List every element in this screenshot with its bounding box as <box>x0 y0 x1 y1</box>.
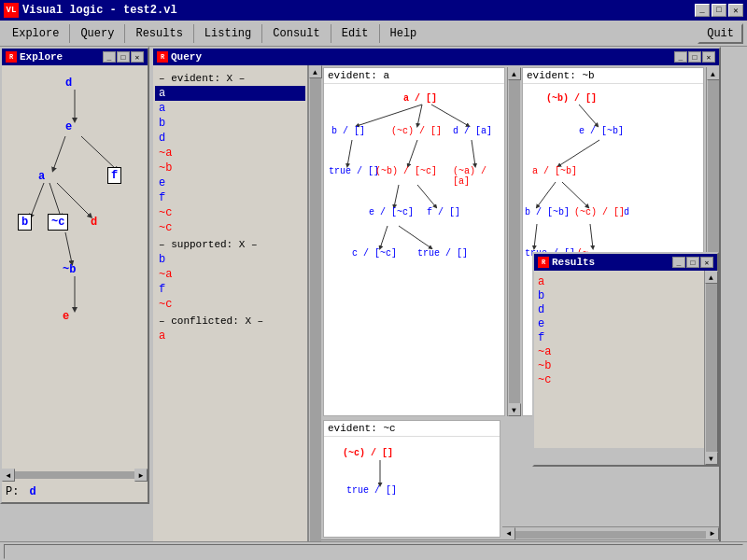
graph-a-scroll-down[interactable]: ▼ <box>508 403 521 416</box>
menu-sep-3 <box>193 24 194 43</box>
explore-minimize[interactable]: _ <box>103 51 116 63</box>
svg-line-13 <box>472 140 475 166</box>
svg-line-19 <box>558 140 599 166</box>
menu-edit[interactable]: Edit <box>333 23 377 44</box>
svg-line-9 <box>417 105 422 126</box>
results-list: a b d e f ~a ~b ~c <box>534 271 704 448</box>
results-title-bar: R Results _ □ ✕ <box>534 254 717 271</box>
query-title: Query <box>171 51 202 63</box>
gb-node-nc: (~c) / [] <box>574 207 625 217</box>
query-list-container: – evident: X – a a b d ~a ~b e f ~c ~c –… <box>153 65 321 560</box>
explore-icon: R <box>6 51 17 63</box>
list-item-a3[interactable]: a <box>155 329 305 343</box>
graph-b-label: evident: ~b <box>523 68 703 84</box>
menu-explore[interactable]: Explore <box>4 23 67 44</box>
node-d-red: d <box>91 216 97 229</box>
explore-p-value: d <box>30 485 36 498</box>
results-maximize[interactable]: □ <box>686 257 699 268</box>
list-item-a-selected[interactable]: a <box>155 86 305 101</box>
explore-graph: d e a f b ~c d ~b e <box>14 69 135 433</box>
svg-line-4 <box>49 183 61 217</box>
ga-node-naa: (~a) / [a] <box>453 166 504 187</box>
menu-sep-6 <box>379 24 380 43</box>
explore-p-label: P: <box>6 485 19 498</box>
svg-line-1 <box>53 136 65 170</box>
list-item-nb[interactable]: ~b <box>155 161 305 175</box>
list-item-d[interactable]: d <box>155 131 305 146</box>
query-hscroll-track[interactable] <box>515 531 706 539</box>
menu-sep-4 <box>261 24 262 43</box>
menu-consult[interactable]: Consult <box>264 23 328 44</box>
list-item-e[interactable]: e <box>155 175 305 190</box>
ga-node-enc: e / [~c] <box>369 207 414 217</box>
menu-help[interactable]: Help <box>382 23 426 44</box>
list-item-nc1[interactable]: ~c <box>155 205 305 220</box>
menu-bar: Explore Query Results Listing Consult Ed… <box>0 21 747 47</box>
ga-node-nbnc: (~b) / [~c] <box>375 166 437 176</box>
explore-scroll-right[interactable]: ► <box>134 469 148 482</box>
graph-a-scroll-up[interactable]: ▲ <box>508 67 521 80</box>
list-item-b2[interactable]: b <box>155 252 305 267</box>
menu-query[interactable]: Query <box>72 23 122 44</box>
graph-c-canvas: (~c) / [] true / [] <box>324 437 500 532</box>
query-list-scroll-up[interactable]: ▲ <box>309 65 322 78</box>
main-content: R Explore _ □ ✕ <box>0 47 747 560</box>
results-scroll-down[interactable]: ▼ <box>705 452 718 465</box>
svg-line-6 <box>65 232 72 263</box>
explore-scroll-left[interactable]: ◄ <box>2 469 15 482</box>
list-item-f[interactable]: f <box>155 190 305 205</box>
results-scroll-track[interactable] <box>706 284 717 452</box>
list-item-nc2[interactable]: ~c <box>155 220 305 235</box>
query-close[interactable]: ✕ <box>702 51 715 63</box>
query-icon: R <box>157 51 168 63</box>
node-b-boxed: b <box>18 214 32 231</box>
ga-node-true2: true / [] <box>417 248 468 259</box>
explore-hscroll: ◄ ► <box>2 469 148 482</box>
explore-title-bar: R Explore _ □ ✕ <box>2 49 148 65</box>
list-item-b[interactable]: b <box>155 116 305 131</box>
results-scroll-up[interactable]: ▲ <box>705 271 718 284</box>
graph-evident-nc: evident: ~c ( <box>323 420 500 538</box>
close-button[interactable]: ✕ <box>728 4 743 17</box>
explore-maximize[interactable]: □ <box>117 51 130 63</box>
node-d-top: d <box>65 77 72 90</box>
quit-button[interactable]: Quit <box>698 23 743 44</box>
graph-a-canvas: a / [] b / [] (~c) / [] d / [a] true / [… <box>324 84 504 411</box>
svg-line-10 <box>431 105 469 126</box>
results-window: R Results _ □ ✕ a b d e f ~a ~b ~c ▲ <box>532 252 719 467</box>
query-maximize[interactable]: □ <box>688 51 701 63</box>
graph-a-vscroll: ▲ ▼ <box>507 67 520 416</box>
result-na: ~a <box>538 345 700 358</box>
svg-line-12 <box>408 140 417 166</box>
gb-node-bnb: b / [~b] <box>525 207 570 217</box>
ga-node-f: f / [] <box>427 207 460 217</box>
explore-close[interactable]: ✕ <box>131 51 144 63</box>
explore-scroll-track[interactable] <box>15 471 134 479</box>
results-minimize[interactable]: _ <box>672 257 685 268</box>
graph-b-scroll-up[interactable]: ▲ <box>707 67 720 80</box>
list-item-nc3[interactable]: ~c <box>155 297 305 312</box>
maximize-button[interactable]: □ <box>712 4 726 17</box>
gb-node-anb: a / [~b] <box>532 166 577 176</box>
list-item-f2[interactable]: f <box>155 282 305 297</box>
menu-results[interactable]: Results <box>127 23 190 44</box>
query-bottom-hscroll: ◄ ► <box>502 526 719 539</box>
explore-p-area: P: d <box>6 485 36 498</box>
query-hscroll-right[interactable]: ► <box>706 527 719 540</box>
status-bar <box>0 541 747 560</box>
gb-node-nb: (~b) / [] <box>546 93 597 104</box>
menu-listing[interactable]: Listing <box>196 23 260 44</box>
results-close[interactable]: ✕ <box>700 257 713 268</box>
query-hscroll-left[interactable]: ◄ <box>502 527 515 540</box>
node-nb: ~b <box>63 263 76 276</box>
list-item-na2[interactable]: ~a <box>155 267 305 282</box>
explore-title: Explore <box>20 51 63 63</box>
query-title-bar: R Query _ □ ✕ <box>153 49 719 65</box>
list-item-a2[interactable]: a <box>155 101 305 116</box>
query-minimize[interactable]: _ <box>674 51 687 63</box>
list-item-na[interactable]: ~a <box>155 146 305 161</box>
minimize-button[interactable]: _ <box>695 4 710 17</box>
query-list-scroll-track[interactable] <box>310 78 321 554</box>
graph-a-scroll-track[interactable] <box>509 80 520 403</box>
evident-label: – evident: X – <box>159 73 305 84</box>
